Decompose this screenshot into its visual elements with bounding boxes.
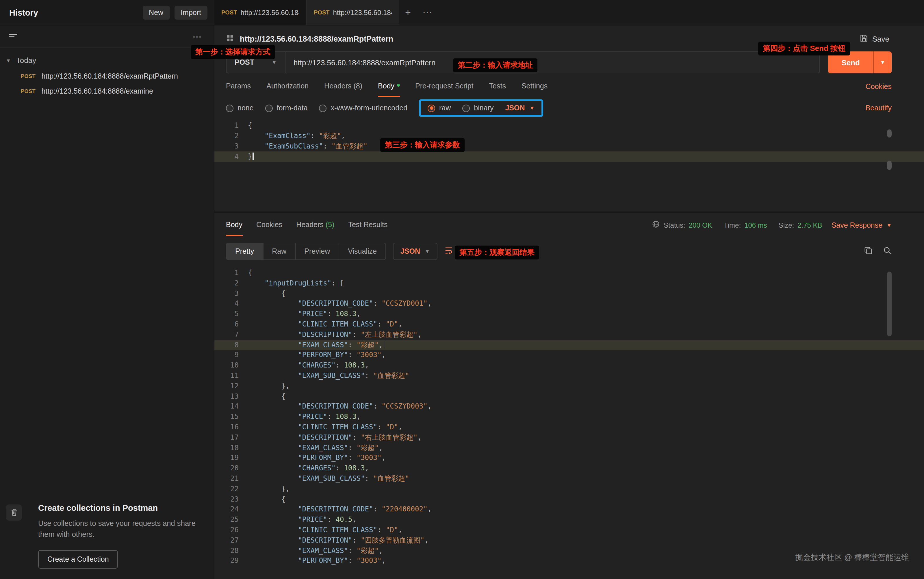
new-tab-button[interactable]: + [399,0,417,25]
code-text: { [239,391,285,402]
code-line: 11 "EXAM_SUB_CLASS": "血管彩超" [214,371,924,381]
view-pretty[interactable]: Pretty [227,243,263,260]
wrap-text-icon[interactable] [444,246,453,257]
code-line: 5 "PRICE": 108.3, [214,309,924,319]
code-text: "PERFORM_BY": "3003", [239,350,386,361]
code-line: 3 { [214,289,924,299]
code-text: "CLINIC_ITEM_CLASS": "D", [239,422,402,433]
collection-icon [6,504,22,520]
scrollbar-thumb[interactable] [887,160,891,170]
line-number: 7 [214,330,239,340]
code-line: 6 "CLINIC_ITEM_CLASS": "D", [214,319,924,330]
create-collection-button[interactable]: Create a Collection [38,550,118,569]
raw-json-highlight-box: raw binary JSON▼ [419,100,543,117]
response-tab-cookies[interactable]: Cookies [256,221,282,236]
new-button[interactable]: New [142,5,170,20]
annotation-step1: 第一步：选择请求方式 [191,45,275,59]
code-text: { [239,494,285,505]
save-button[interactable]: Save [860,34,889,44]
view-visualize[interactable]: Visualize [339,243,386,260]
radio-binary[interactable]: binary [462,104,494,112]
code-text: "EXAM_CLASS": "彩超", [239,546,383,556]
request-tab-1[interactable]: POST http://123.56.60.184:888 [214,0,307,25]
scrollbar-thumb[interactable] [887,129,891,137]
response-body-editor[interactable]: 1{2 "inputDrugLists": [3 {4 "DESCRIPTION… [214,266,924,579]
code-text: "EXAM_SUB_CLASS": "血管彩超" [239,474,409,484]
line-number: 1 [214,120,239,131]
view-preview[interactable]: Preview [296,243,339,260]
body-type-row: none form-data x-www-form-urlencoded raw… [214,97,924,116]
response-format-select[interactable]: JSON ▼ [393,243,437,260]
code-text: "CHARGES": 108.3, [239,463,369,474]
tab-params[interactable]: Params [226,82,251,97]
history-group-today[interactable]: ▼ Today [0,48,214,69]
beautify-link[interactable]: Beautify [866,104,891,112]
status-label: Status: [664,221,685,229]
history-more-icon[interactable]: ⋯ [193,31,202,42]
body-format-select[interactable]: JSON▼ [505,104,535,112]
tab-tests[interactable]: Tests [489,82,506,97]
line-number: 22 [214,484,239,494]
code-text: "DESCRIPTION": "四肢多普勒血流图", [239,535,429,546]
response-tab-test-results[interactable]: Test Results [348,221,388,236]
line-number: 2 [214,278,239,289]
code-line: 3 "ExamSubClass": "血管彩超" [214,141,924,151]
request-tab-2[interactable]: POST http://123.56.60.184:888 [307,0,399,25]
radio-none[interactable]: none [226,104,253,112]
tab-url-label: http://123.56.60.184:888 [333,8,392,16]
radio-x-www-form-urlencoded[interactable]: x-www-form-urlencoded [319,104,407,112]
chevron-down-icon: ▼ [886,222,891,228]
code-line: 20 "CHARGES": 108.3, [214,463,924,474]
url-input[interactable] [285,51,820,74]
code-line: 18 "EXAM_CLASS": "彩超", [214,443,924,453]
line-number: 29 [214,556,239,567]
tab-settings[interactable]: Settings [522,82,548,97]
request-title: http://123.56.60.184:8888/examRptPattern [240,35,393,43]
scrollbar-thumb[interactable] [887,272,891,336]
line-number: 9 [214,350,239,361]
radio-icon [265,104,273,112]
annotation-step3: 第三步：输入请求参数 [380,138,464,152]
request-body-editor[interactable]: 1{2 "ExamClass": "彩超",3 "ExamSubClass": … [214,120,924,211]
history-item-examrptpattern[interactable]: POST http://123.56.60.184:8888/examRptPa… [0,69,214,84]
response-tab-headers[interactable]: Headers (5) [296,221,334,236]
body-modified-dot [397,84,400,87]
send-options-button[interactable]: ▼ [873,51,891,74]
view-raw[interactable]: Raw [263,243,296,260]
history-url: http://123.56.60.184:8888/examine [41,87,153,95]
tab-body[interactable]: Body [378,82,400,97]
line-number: 5 [214,309,239,319]
line-number: 2 [214,131,239,141]
tab-method-badge: POST [221,9,237,16]
code-line: 2 "inputDrugLists": [ [214,278,924,289]
save-response-dropdown[interactable]: Save Response ▼ [832,221,891,229]
code-text: { [239,120,252,131]
filter-icon[interactable] [9,33,17,41]
tab-headers[interactable]: Headers (8) [324,82,362,97]
cookies-link[interactable]: Cookies [866,83,891,96]
import-button[interactable]: Import [174,5,208,20]
size-label: Size: [778,221,794,229]
tab-options-icon[interactable]: ⋯ [417,0,438,25]
code-line: 4} [214,151,924,162]
copy-icon[interactable] [864,246,873,257]
response-meta: Status: 200 OK Time: 106 ms Size: 2.75 K… [652,220,891,236]
tab-authorization[interactable]: Authorization [267,82,309,97]
code-text: "ExamClass": "彩超", [239,131,345,141]
tab-pre-request-script[interactable]: Pre-request Script [415,82,473,97]
line-number: 20 [214,463,239,474]
response-tab-body[interactable]: Body [226,221,242,236]
code-line: 13 { [214,391,924,402]
radio-raw[interactable]: raw [428,104,451,112]
radio-form-data[interactable]: form-data [265,104,308,112]
line-number: 11 [214,371,239,381]
line-number: 18 [214,443,239,453]
topbar: History New Import POST http://123.56.60… [0,0,924,25]
line-number: 27 [214,535,239,546]
response-panel: Body Cookies Headers (5) Test Results St… [214,211,924,579]
code-line: 16 "CLINIC_ITEM_CLASS": "D", [214,422,924,433]
history-item-examine[interactable]: POST http://123.56.60.184:8888/examine [0,84,214,99]
search-icon[interactable] [883,246,891,257]
code-line: 21 "EXAM_SUB_CLASS": "血管彩超" [214,474,924,484]
history-title: History [9,8,38,17]
